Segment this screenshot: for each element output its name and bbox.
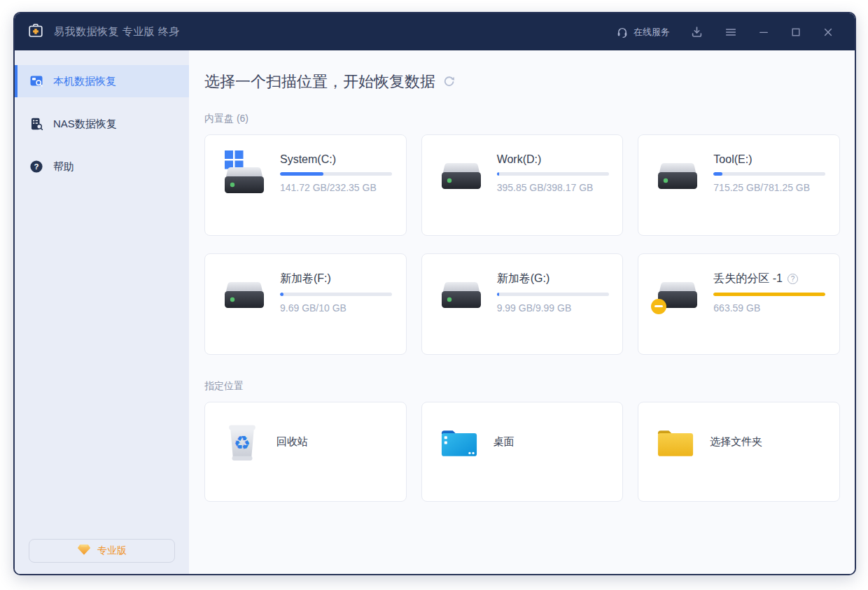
drive-card-d[interactable]: Work(D:) 395.85 GB/398.17 GB bbox=[421, 134, 624, 236]
drive-name: 丢失的分区 -1 bbox=[713, 272, 783, 286]
nas-recovery-icon bbox=[29, 117, 43, 131]
capacity-bar bbox=[280, 293, 392, 296]
svg-text:?: ? bbox=[34, 162, 38, 171]
main-content: 选择一个扫描位置，开始恢复数据 内置盘 (6) bbox=[189, 50, 855, 574]
sidebar-item-label: 帮助 bbox=[53, 160, 74, 174]
lost-partition-badge-icon bbox=[651, 299, 666, 314]
location-label: 回收站 bbox=[276, 435, 308, 449]
page-title: 选择一个扫描位置，开始恢复数据 bbox=[204, 71, 435, 92]
app-title: 易我数据恢复 专业版 终身 bbox=[54, 25, 180, 38]
maximize-icon bbox=[790, 27, 802, 38]
help-icon: ? bbox=[29, 160, 43, 174]
drive-name: 新加卷(G:) bbox=[497, 272, 550, 286]
location-label: 桌面 bbox=[493, 435, 514, 449]
hamburger-menu-icon bbox=[724, 26, 737, 38]
gem-icon bbox=[77, 544, 91, 558]
drive-name: System(C:) bbox=[280, 153, 336, 166]
sidebar-item-help[interactable]: ? 帮助 bbox=[15, 150, 189, 183]
desktop-background: 易我数据恢复 专业版 终身 在线服务 bbox=[0, 0, 868, 590]
online-service-button[interactable]: 在线服务 bbox=[610, 22, 676, 43]
capacity-bar bbox=[713, 293, 825, 296]
minimize-icon bbox=[758, 27, 769, 38]
maximize-button[interactable] bbox=[783, 22, 808, 42]
drive-icon bbox=[223, 269, 267, 316]
capacity-bar bbox=[713, 172, 825, 176]
sidebar-item-local-recovery[interactable]: 本机数据恢复 bbox=[15, 65, 189, 97]
internal-disks-label: 内置盘 (6) bbox=[204, 113, 840, 125]
app-window: 易我数据恢复 专业版 终身 在线服务 bbox=[13, 12, 856, 575]
close-icon bbox=[822, 27, 834, 38]
titlebar: 易我数据恢复 专业版 终身 在线服务 bbox=[15, 13, 855, 50]
drive-capacity: 141.72 GB/232.35 GB bbox=[280, 182, 392, 193]
sidebar-item-nas-recovery[interactable]: NAS数据恢复 bbox=[15, 108, 189, 140]
lost-partition-drive-icon bbox=[656, 269, 701, 316]
download-button[interactable] bbox=[683, 21, 710, 43]
drive-card-g[interactable]: 新加卷(G:) 9.99 GB/9.99 GB bbox=[421, 253, 624, 355]
drive-name: 新加卷(F:) bbox=[280, 272, 331, 286]
drive-card-f[interactable]: 新加卷(F:) 9.69 GB/10 GB bbox=[204, 253, 407, 355]
pro-version-button[interactable]: 专业版 bbox=[29, 539, 175, 563]
location-label: 选择文件夹 bbox=[710, 435, 762, 449]
internal-disks-grid: System(C:) 141.72 GB/232.35 GB bbox=[204, 134, 840, 355]
drive-icon bbox=[440, 150, 484, 197]
capacity-bar bbox=[497, 293, 609, 296]
specified-locations-label: 指定位置 bbox=[204, 380, 840, 393]
sidebar-item-label: 本机数据恢复 bbox=[53, 75, 116, 88]
capacity-bar bbox=[280, 172, 392, 176]
drive-capacity: 663.59 GB bbox=[713, 302, 825, 314]
drive-capacity: 715.25 GB/781.25 GB bbox=[713, 182, 825, 193]
folder-icon bbox=[656, 426, 695, 458]
online-service-label: 在线服务 bbox=[634, 26, 670, 38]
sidebar-item-label: NAS数据恢复 bbox=[53, 118, 117, 131]
drive-capacity: 9.69 GB/10 GB bbox=[280, 302, 392, 314]
download-icon bbox=[690, 25, 704, 38]
locations-grid: ♻ 回收站 bbox=[204, 402, 840, 502]
system-drive-icon bbox=[223, 150, 267, 197]
drive-icon bbox=[440, 269, 484, 316]
minimize-button[interactable] bbox=[751, 22, 776, 42]
headset-icon bbox=[616, 26, 629, 38]
recycle-symbol-icon: ♻ bbox=[234, 432, 251, 454]
lost-partition-help-icon[interactable]: ? bbox=[788, 274, 798, 284]
drive-name: Tool(E:) bbox=[713, 153, 752, 166]
desktop-card[interactable]: 桌面 bbox=[421, 402, 624, 502]
capacity-bar bbox=[497, 172, 609, 176]
menu-button[interactable] bbox=[718, 22, 744, 43]
sidebar: 本机数据恢复 NAS数据恢复 bbox=[15, 50, 189, 574]
local-recovery-icon bbox=[29, 74, 43, 88]
app-logo-icon bbox=[27, 22, 44, 42]
pro-version-label: 专业版 bbox=[97, 545, 127, 557]
drive-card-c[interactable]: System(C:) 141.72 GB/232.35 GB bbox=[204, 134, 407, 236]
recycle-bin-icon: ♻ bbox=[223, 422, 262, 463]
refresh-button[interactable] bbox=[443, 76, 455, 90]
drive-capacity: 9.99 GB/9.99 GB bbox=[497, 302, 609, 314]
drive-icon bbox=[656, 150, 701, 197]
drive-name: Work(D:) bbox=[497, 153, 542, 166]
select-folder-card[interactable]: 选择文件夹 bbox=[638, 402, 840, 502]
drive-capacity: 395.85 GB/398.17 GB bbox=[497, 182, 609, 193]
drive-card-lost-partition[interactable]: 丢失的分区 -1 ? 663.59 GB bbox=[638, 253, 840, 355]
close-button[interactable] bbox=[816, 22, 841, 42]
drive-card-e[interactable]: Tool(E:) 715.25 GB/781.25 GB bbox=[638, 134, 840, 236]
desktop-folder-icon bbox=[440, 426, 479, 458]
recycle-bin-card[interactable]: ♻ 回收站 bbox=[204, 402, 407, 502]
